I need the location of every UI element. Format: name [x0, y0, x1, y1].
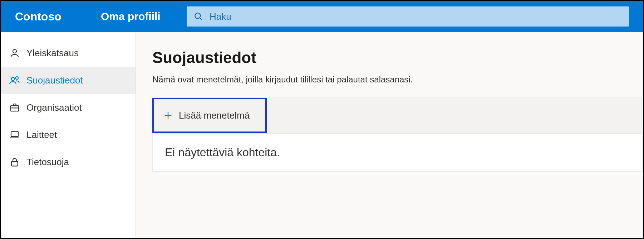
- svg-point-4: [16, 77, 19, 80]
- search-input[interactable]: [210, 11, 622, 22]
- svg-point-3: [11, 77, 15, 81]
- search-box[interactable]: [187, 6, 629, 27]
- sidebar-item-label: Yleiskatsaus: [26, 48, 79, 59]
- sidebar: Yleiskatsaus Suojaustiedot Organisaatiot: [1, 32, 136, 238]
- laptop-icon: [9, 129, 20, 140]
- svg-rect-7: [11, 132, 18, 137]
- sidebar-item-organizations[interactable]: Organisaatiot: [1, 94, 136, 121]
- page-title: Suojaustiedot: [152, 49, 643, 67]
- person-icon: [9, 48, 20, 58]
- app-header: Contoso Oma profiili: [1, 1, 643, 32]
- sidebar-item-label: Laitteet: [26, 129, 57, 140]
- plus-icon: [163, 110, 173, 120]
- svg-point-2: [13, 49, 16, 53]
- people-icon: [9, 75, 20, 86]
- sidebar-item-overview[interactable]: Yleiskatsaus: [1, 39, 136, 67]
- my-profile-link[interactable]: Oma profiili: [101, 10, 172, 23]
- page-subtitle: Nämä ovat menetelmät, joilla kirjaudut t…: [152, 75, 643, 85]
- svg-line-1: [200, 18, 201, 19]
- empty-state: Ei näytettäviä kohteita.: [152, 133, 643, 172]
- svg-point-0: [195, 13, 200, 18]
- sidebar-item-security-info[interactable]: Suojaustiedot: [1, 67, 136, 94]
- methods-toolbar: Lisää menetelmä: [152, 97, 643, 133]
- add-method-button[interactable]: Lisää menetelmä: [152, 98, 267, 133]
- sidebar-item-label: Organisaatiot: [26, 102, 82, 113]
- svg-rect-5: [11, 106, 19, 111]
- sidebar-item-label: Suojaustiedot: [26, 75, 83, 86]
- svg-rect-9: [11, 162, 18, 166]
- briefcase-icon: [9, 102, 20, 113]
- lock-icon: [9, 157, 20, 167]
- add-method-label: Lisää menetelmä: [179, 110, 250, 121]
- brand-name: Contoso: [15, 10, 87, 23]
- main-content: Suojaustiedot Nämä ovat menetelmät, joil…: [136, 32, 643, 238]
- sidebar-item-privacy[interactable]: Tietosuoja: [1, 148, 136, 176]
- sidebar-item-label: Tietosuoja: [26, 157, 69, 168]
- search-icon: [194, 12, 203, 21]
- sidebar-item-devices[interactable]: Laitteet: [1, 121, 136, 148]
